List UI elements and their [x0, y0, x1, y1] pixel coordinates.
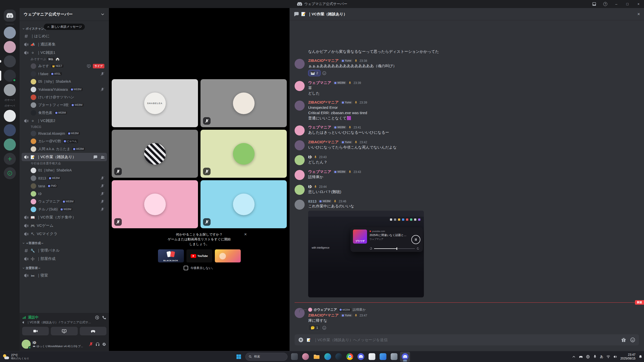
inbox-icon[interactable]	[589, 0, 600, 8]
server-icon-server-4[interactable]	[4, 70, 16, 82]
maximize-button[interactable]: □	[622, 0, 633, 8]
mic-tray-icon[interactable]	[593, 355, 597, 359]
voice-channel[interactable]: ⚪｜VC雑談2	[22, 117, 107, 125]
message-avatar[interactable]	[295, 200, 305, 210]
discord-window[interactable]	[400, 352, 410, 362]
blue-app[interactable]	[378, 352, 388, 362]
tile-shabelea[interactable]: SHABELEA	[112, 79, 198, 127]
tile-webmania[interactable]	[112, 180, 198, 228]
voice-member[interactable]: Rivarzal AluwqimWEBM	[22, 129, 107, 137]
controller-tray-icon[interactable]	[579, 355, 583, 359]
notification-bell-icon[interactable]	[638, 355, 642, 359]
media-app[interactable]	[300, 352, 310, 362]
notepad[interactable]	[367, 352, 377, 362]
message-avatar[interactable]	[295, 140, 305, 150]
channel-category[interactable]: ＋部屋作成～	[22, 238, 107, 246]
voice-member[interactable]: Yukiwara/YukiwaraWEBM	[22, 85, 107, 93]
voice-member[interactable]: tanaPMD	[22, 182, 107, 190]
game-thumbnail[interactable]	[215, 249, 241, 262]
network-globe-icon[interactable]	[586, 355, 590, 359]
camera-button[interactable]	[22, 327, 49, 335]
weather-widget[interactable]: 27°C 晴れのちくもり	[3, 353, 29, 360]
author-name[interactable]: ウェブマニア	[308, 80, 331, 85]
add-reaction-button[interactable]	[322, 71, 327, 75]
new-unread-pill[interactable]: 新しい未読メッセージ	[44, 24, 85, 30]
server-icon-server-8[interactable]	[4, 139, 16, 151]
forward-icon[interactable]	[417, 247, 419, 250]
emoji-picker-icon[interactable]	[630, 337, 635, 343]
author-name[interactable]: ZIBACIO⁰⁴マニア	[308, 140, 339, 145]
search-box[interactable]: 検索	[245, 353, 288, 361]
rewind-icon[interactable]	[370, 247, 372, 250]
pause-button[interactable]	[411, 235, 420, 244]
server-icon-server-5[interactable]	[4, 84, 16, 96]
attachment-image[interactable]: ブラウザyoutube.com2025年に間違いなく話題となる...ウェブマニア…	[308, 211, 424, 297]
attach-plus-icon[interactable]	[298, 337, 304, 343]
file-explorer[interactable]	[311, 352, 321, 362]
tile-chiruno[interactable]	[200, 180, 287, 228]
voice-member[interactable]: カレー@VC勢にゃ〜ん	[22, 137, 107, 145]
server-icon-server-1[interactable]	[4, 27, 16, 39]
clock[interactable]: 23:47 2025/08/15	[620, 353, 635, 360]
author-name[interactable]: ZIBACIO⁰⁴マニア	[308, 313, 339, 318]
reaction-pill[interactable]: 🎹2	[308, 70, 320, 76]
voice-member[interactable]: ブタートフィー3世WEBM	[22, 101, 107, 109]
discord-home-button[interactable]	[4, 10, 16, 22]
progress-bar[interactable]	[374, 248, 415, 249]
volume-icon[interactable]	[613, 355, 617, 359]
headphones-icon[interactable]	[95, 341, 100, 347]
help-icon[interactable]: ?	[600, 0, 611, 8]
voice-member[interactable]: 01［Ishw］ShabeleA	[22, 166, 107, 174]
voice-member[interactable]: けいすけ@サツマハン	[22, 93, 107, 101]
steam[interactable]	[334, 352, 344, 362]
author-name[interactable]: ウェブマニア	[308, 169, 331, 174]
voice-channel[interactable]: 🎮VCゲーム	[22, 221, 107, 230]
chat-close-icon[interactable]: ×	[637, 12, 640, 17]
voice-channel[interactable]: ⛏VCマイクラ	[22, 230, 107, 238]
reply-context[interactable]: @ウェブマニアWEBM話帰庫か	[308, 307, 639, 312]
tile-yu[interactable]	[200, 130, 287, 178]
minimize-button[interactable]: –	[611, 0, 622, 8]
dialog-close-icon[interactable]: ×	[244, 232, 247, 237]
voice-member[interactable]: みそす👑NEETライブ	[22, 62, 107, 70]
explore-servers-button[interactable]	[4, 167, 16, 179]
close-button[interactable]: ×	[633, 0, 644, 8]
channel-category[interactable]: 放置部屋～	[22, 263, 107, 271]
add-reaction-button[interactable]	[322, 326, 327, 330]
voice-channel[interactable]: ➕｜部屋作成	[22, 255, 107, 263]
tile-tana[interactable]	[112, 130, 198, 178]
author-name[interactable]: 8313	[308, 199, 316, 203]
user-name[interactable]: ゆ	[33, 340, 86, 344]
blackjack-thumbnail[interactable]: BLACKJACK	[158, 249, 184, 262]
chrome-browser[interactable]	[345, 352, 355, 362]
voice-channel-path[interactable]: ｜VC作業（雑談あり） / ウェブマニア公式サ...	[27, 320, 91, 325]
guild-header[interactable]: ウェブマニア公式サーバー	[20, 8, 109, 21]
voice-member[interactable]: 食用色素WEBM	[22, 109, 107, 117]
user-avatar[interactable]	[22, 340, 31, 349]
message-avatar[interactable]	[295, 170, 305, 180]
dont-show-again-checkbox[interactable]	[184, 266, 188, 270]
message-avatar[interactable]	[295, 155, 305, 165]
voice-member[interactable]: ゆ	[22, 190, 107, 198]
ime-indicator[interactable]: あ	[600, 354, 603, 359]
server-icon-server-6[interactable]	[4, 110, 16, 122]
message-avatar[interactable]	[295, 81, 305, 91]
screenshare-button[interactable]	[51, 327, 77, 335]
text-channel[interactable]: 🔧｜管理パネル	[22, 246, 107, 255]
voice-channel[interactable]: 📣｜通話募集	[22, 40, 107, 49]
server-icon-server-2[interactable]	[4, 41, 16, 53]
message-avatar[interactable]	[295, 185, 305, 195]
server-icon-server-3[interactable]	[4, 55, 16, 67]
activities-button[interactable]	[80, 327, 106, 335]
voice-member[interactable]: ! falweARSL	[22, 70, 107, 78]
author-name[interactable]: ZIBACIO⁰⁴マニア	[308, 58, 339, 63]
reaction-pill[interactable]: 🤔1	[308, 325, 320, 331]
wifi-icon[interactable]	[606, 355, 610, 359]
voice-member[interactable]: 05［Ishy］ShabeleA	[22, 78, 107, 85]
author-name[interactable]: ゆ	[308, 155, 312, 159]
voice-channel[interactable]: 📝｜VC作業（雑談あり）	[22, 153, 107, 161]
message-input[interactable]: 📝 ｜VC作業（雑談あり）へメッセージを送信	[295, 334, 639, 345]
youtube-thumbnail[interactable]: YouTube	[186, 249, 212, 262]
voice-channel[interactable]: 📖｜VC作業（ガチ集中）	[22, 213, 107, 221]
discord[interactable]	[356, 352, 366, 362]
